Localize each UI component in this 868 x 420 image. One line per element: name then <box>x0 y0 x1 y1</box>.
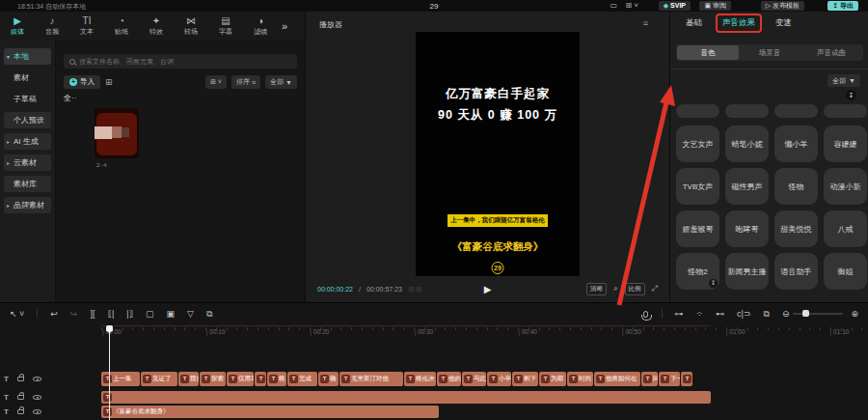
voice-effect-button-怪物2[interactable]: 怪物2↧ <box>676 253 719 290</box>
text-clip[interactable]: T仅用10 <box>227 372 254 386</box>
voice-effect-button[interactable] <box>725 104 769 118</box>
preview-zoom-icon[interactable]: ⌕ <box>613 284 617 294</box>
voice-filter-button[interactable]: 全部▼ <box>827 74 860 87</box>
subtab-voice-to-song[interactable]: 声音成曲 <box>800 45 862 60</box>
text-clip[interactable]: T见证了 <box>141 372 177 386</box>
auto-preview-icon[interactable]: ⁘ <box>696 309 704 319</box>
timeline-zoom-slider[interactable] <box>793 313 843 315</box>
text-clip[interactable]: T我们 <box>178 372 199 386</box>
tab-speed[interactable]: 变速 <box>775 17 792 29</box>
voice-effect-button-磁性男声[interactable]: 磁性男声 <box>725 168 769 205</box>
ribbon-tab-audio[interactable]: ♪音频 <box>35 15 69 37</box>
ribbon-tab-text[interactable]: TI文本 <box>69 15 104 37</box>
zoom-out-icon[interactable]: ⊖ <box>782 309 790 319</box>
zoom-in-icon[interactable]: ⊕ <box>851 309 858 319</box>
ribbon-expand-icon[interactable]: » <box>282 20 287 32</box>
voice-effect-button-咆哮哥[interactable]: 咆哮哥 <box>725 210 769 247</box>
view-mode-button[interactable]: ⊞ ˅ <box>205 75 227 89</box>
zoom-slider-handle[interactable] <box>802 310 809 317</box>
sidebar-item-local[interactable]: ▾本地 <box>4 48 51 65</box>
voice-effect-button-蜡笔小妮[interactable]: 蜡笔小妮 <box>725 126 769 162</box>
sidebar-item-personal-preset[interactable]: 个人预设 <box>4 112 51 128</box>
preview-axis-icon[interactable]: c|⊃ <box>737 309 750 319</box>
voice-effect-button-懒小羊[interactable]: 懒小羊 <box>774 126 818 162</box>
link-icon[interactable]: ⊷ <box>716 309 724 319</box>
layout-icon[interactable]: ⊞ ˅ <box>625 1 638 11</box>
voice-effect-button-TVB女声[interactable]: TVB女声 <box>676 168 719 205</box>
tab-basic[interactable]: 基础 <box>686 17 702 29</box>
delete-icon[interactable]: ▢ <box>146 309 154 319</box>
video-canvas[interactable]: 亿万富豪白手起家 90 天从 0 赚 100 万 上一集中，我们跟随亿万富翁格伦… <box>416 32 580 276</box>
svip-button[interactable]: ◆SVIP <box>659 1 691 11</box>
voice-effect-button[interactable] <box>824 104 867 118</box>
text-clip[interactable]: T回 <box>641 372 658 386</box>
playhead-line[interactable] <box>109 325 110 420</box>
voice-effect-button-八戒[interactable]: 八戒 <box>824 210 867 247</box>
voice-effect-button-新闻男主播[interactable]: 新闻男主播 <box>725 253 769 290</box>
text-clip[interactable]: T <box>101 391 711 404</box>
text-clip[interactable]: T完成 <box>287 372 317 386</box>
text-clip[interactable]: T探索 <box>200 372 226 386</box>
sidebar-item-material-library[interactable]: 素材库 <box>4 176 51 192</box>
ratio-button[interactable]: 比例 <box>625 283 645 295</box>
text-clip[interactable]: T克里斯汀对他 <box>339 372 403 386</box>
lock-icon[interactable] <box>17 377 24 381</box>
voice-effect-button-语音助手[interactable]: 语音助手 <box>774 253 818 290</box>
publish-template-button[interactable]: ▷ 发布模板 <box>761 1 804 11</box>
sidebar-item-material[interactable]: 素材 <box>4 70 51 86</box>
split-icon[interactable]: ][ <box>90 309 95 319</box>
sidebar-item-ai-generate[interactable]: ▸AI 生成 <box>4 133 51 150</box>
text-clip[interactable]: T时间 <box>567 372 593 386</box>
filter-button[interactable]: 全部▼ <box>265 75 297 89</box>
magnet-snap-icon[interactable]: ⊶ <box>675 309 684 319</box>
sidebar-item-cloud-material[interactable]: ▸云素材 <box>4 154 51 171</box>
time-ruler[interactable]: 00:0000:1000:2000:3000:4000:5001:0001:10 <box>0 327 868 339</box>
ribbon-tab-effects[interactable]: ✦特效 <box>139 15 174 37</box>
visibility-icon[interactable] <box>33 409 41 414</box>
text-clip[interactable]: T《富豪谷底求翻身》 <box>101 406 439 418</box>
text-clip[interactable]: T上一集 <box>101 372 140 386</box>
folder-label[interactable]: 全·· <box>64 93 76 103</box>
text-clip[interactable]: T <box>255 372 266 386</box>
text-clip[interactable]: T下一集精 <box>659 372 680 386</box>
save-icon[interactable]: ▭ <box>610 1 617 11</box>
voice-effect-button-御姐[interactable]: 御姐 <box>824 253 867 290</box>
freeze-frame-icon[interactable]: ▣ <box>167 309 176 319</box>
trim-left-icon[interactable]: ⟦| <box>107 309 114 319</box>
player-menu-icon[interactable]: ≡ <box>643 18 648 28</box>
voice-effect-button-甜美悦悦[interactable]: 甜美悦悦 <box>774 210 818 247</box>
frame-step-icons[interactable]: ⊞⊞ <box>408 285 422 294</box>
record-mic-icon[interactable] <box>643 311 648 318</box>
ribbon-tab-media[interactable]: ▶媒体 <box>0 15 35 37</box>
grid-view-icon[interactable]: ⊞ <box>105 77 113 87</box>
lock-icon[interactable] <box>17 409 24 414</box>
ribbon-tab-sticker[interactable]: ◔贴纸 <box>104 15 139 37</box>
subtab-scene-sound[interactable]: 场景音 <box>739 45 800 60</box>
voice-effect-button-娇羞猴哥[interactable]: 娇羞猴哥 <box>676 210 719 247</box>
import-button[interactable]: + 导入 <box>64 75 100 89</box>
ribbon-tab-captions[interactable]: ▤字幕 <box>208 15 243 37</box>
play-button[interactable]: ▶ <box>484 284 492 294</box>
search-input[interactable]: 搜索文件名称、画面元素、台词 <box>64 54 297 69</box>
text-clip[interactable]: T他的 <box>437 372 461 386</box>
text-clip[interactable]: T为期 <box>539 372 566 386</box>
subtab-timbre[interactable]: 音色 <box>677 45 739 60</box>
text-clip[interactable]: T格 <box>267 372 286 386</box>
ribbon-tab-filters[interactable]: ◑滤镜 <box>243 15 278 37</box>
download-all-icon[interactable]: ↧ <box>846 90 856 100</box>
voice-effect-button[interactable] <box>676 104 719 118</box>
redo-icon[interactable]: ↪ <box>70 309 78 319</box>
sidebar-item-sub-draft[interactable]: 子草稿 <box>4 91 51 107</box>
undo-icon[interactable]: ↩ <box>50 309 58 319</box>
voice-effect-button-动漫小新[interactable]: 动漫小新 <box>824 168 867 205</box>
crop-icon[interactable]: ⧉ <box>206 309 212 320</box>
visibility-icon[interactable] <box>33 377 41 381</box>
text-clip[interactable]: T剩下 <box>512 372 538 386</box>
sidebar-item-brand-material[interactable]: ▸品牌素材 <box>4 197 51 213</box>
voice-effect-button-文艺女声[interactable]: 文艺女声 <box>676 126 719 162</box>
text-clip[interactable]: T与此 <box>462 372 486 386</box>
voice-effect-button[interactable] <box>774 104 818 118</box>
trim-right-icon[interactable]: |⟧ <box>126 309 133 319</box>
clarity-button[interactable]: 清晰 <box>586 283 607 295</box>
voice-effect-button-容嬷嬷[interactable]: 容嬷嬷 <box>824 126 867 162</box>
